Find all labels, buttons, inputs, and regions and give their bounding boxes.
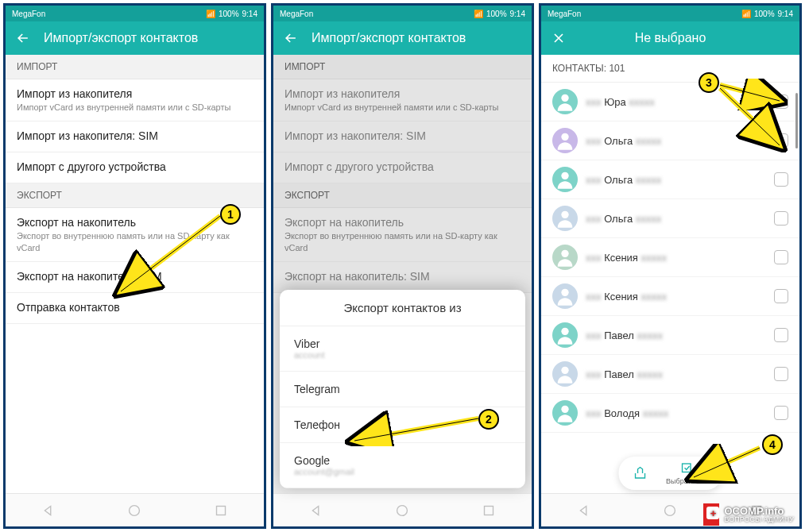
contact-name: xxx Павел xxxxx [586, 330, 774, 341]
avatar-icon [552, 89, 578, 114]
nav-home-icon[interactable] [393, 502, 411, 519]
svg-point-8 [561, 250, 568, 257]
screen-3: MegaFon 📶100%9:14 Не выбрано КОНТАКТЫ: 1… [539, 3, 802, 529]
svg-point-14 [665, 505, 675, 515]
avatar-icon [552, 400, 578, 426]
checkbox[interactable] [774, 211, 788, 226]
svg-point-2 [397, 505, 408, 515]
svg-point-4 [561, 94, 568, 102]
avatar-icon [552, 322, 578, 348]
contact-name: xxx Ольга xxxxx [586, 213, 774, 225]
nav-bar [273, 493, 532, 526]
app-bar: Импорт/экспорт контактов [6, 21, 264, 55]
contact-name: xxx Павел xxxxx [586, 368, 774, 380]
back-icon[interactable] [15, 30, 31, 46]
svg-point-10 [561, 328, 568, 335]
svg-rect-13 [683, 464, 691, 472]
nav-home-icon[interactable] [661, 502, 679, 519]
app-bar: Не выбрано [541, 21, 799, 55]
status-bar: MegaFon 📶100%9:14 [541, 6, 799, 21]
share-button[interactable] [633, 466, 647, 480]
nav-recent-icon[interactable] [212, 502, 230, 519]
checkbox[interactable] [774, 406, 788, 420]
nav-back-icon[interactable] [575, 502, 593, 519]
contact-row[interactable]: xxx Володя xxxxx [541, 394, 799, 433]
checkbox[interactable] [774, 94, 788, 109]
contact-row[interactable]: xxx Ксения xxxxx [541, 277, 799, 316]
contact-row[interactable]: xxx Павел xxxxx [541, 316, 799, 355]
contact-row[interactable]: xxx Ольга xxxxx [541, 160, 799, 199]
checkbox[interactable] [774, 133, 788, 148]
contact-name: xxx Ксения xxxxx [586, 252, 774, 264]
select-all-button[interactable]: Выбрать все [666, 461, 708, 485]
contact-row[interactable]: xxx Ольга xxxxx [541, 199, 799, 238]
item-import-storage[interactable]: Импорт из накопителя Импорт vCard из вну… [6, 79, 264, 121]
screen-title: Импорт/экспорт контактов [312, 31, 466, 45]
svg-point-5 [561, 133, 568, 141]
export-source-sheet: Экспорт контактов из Viberaccount Telegr… [280, 290, 525, 488]
item-export-sim[interactable]: Экспорт на накопитель: SIM [6, 262, 264, 293]
item-send-contacts[interactable]: Отправка контактов [6, 293, 264, 324]
contact-name: xxx Юра xxxxx [586, 96, 774, 108]
svg-rect-1 [216, 506, 225, 515]
svg-point-12 [561, 406, 568, 413]
avatar-icon [552, 206, 578, 231]
checkbox[interactable] [774, 250, 788, 264]
sheet-option-google[interactable]: Googleaccount@gmail [280, 443, 525, 488]
item-import-sim[interactable]: Импорт из накопителя: SIM [6, 121, 264, 152]
checkbox[interactable] [774, 289, 788, 303]
svg-rect-3 [484, 506, 493, 515]
nav-bar [6, 493, 264, 526]
svg-point-9 [561, 289, 568, 296]
checkbox[interactable] [774, 172, 788, 187]
annotation-badge-3: 3 [699, 72, 719, 93]
sheet-option-telegram[interactable]: Telegram [280, 372, 525, 407]
screen-1: MegaFon 📶100%9:14 Импорт/экспорт контакт… [3, 3, 266, 529]
avatar-icon [552, 128, 578, 153]
close-icon[interactable] [551, 30, 567, 46]
nav-back-icon[interactable] [308, 502, 325, 519]
avatar-icon [552, 167, 578, 192]
avatar-icon [552, 283, 578, 309]
bottom-action-bar: Выбрать все [618, 457, 722, 490]
checkbox[interactable] [774, 328, 788, 342]
app-bar: Импорт/экспорт контактов [273, 21, 532, 55]
status-bar: MegaFon 📶100%9:14 [273, 6, 532, 21]
scrollbar-indicator[interactable] [795, 93, 798, 148]
svg-point-11 [561, 367, 568, 374]
contacts-count: КОНТАКТЫ: 101 [541, 55, 799, 83]
screen-title: Импорт/экспорт контактов [44, 31, 198, 45]
section-import: ИМПОРТ [6, 55, 264, 79]
back-icon[interactable] [283, 30, 299, 46]
contact-row[interactable]: xxx Ксения xxxxx [541, 238, 799, 277]
svg-point-7 [561, 211, 568, 218]
contact-row[interactable]: xxx Ольга xxxxx [541, 121, 799, 160]
sheet-option-viber[interactable]: Viberaccount [280, 326, 525, 372]
nav-back-icon[interactable] [40, 502, 57, 519]
annotation-badge-1: 1 [220, 204, 241, 225]
contacts-list[interactable]: xxx Юра xxxxx xxx Ольга xxxxx xxx Ольга … [541, 83, 799, 493]
contact-name: xxx Ольга xxxxx [586, 174, 774, 186]
annotation-badge-2: 2 [478, 409, 499, 430]
screen-2: MegaFon 📶100%9:14 Импорт/экспорт контакт… [271, 3, 534, 529]
avatar-icon [552, 245, 578, 270]
contact-name: xxx Володя xxxxx [586, 407, 774, 419]
contact-name: xxx Ольга xxxxx [586, 135, 774, 147]
contact-name: xxx Ксения xxxxx [586, 291, 774, 303]
nav-home-icon[interactable] [126, 502, 143, 519]
contact-row[interactable]: xxx Павел xxxxx [541, 355, 799, 394]
screen-title: Не выбрано [579, 31, 761, 45]
item-import-device[interactable]: Импорт с другого устройства [6, 152, 264, 183]
avatar-icon [552, 361, 578, 387]
watermark: + OCOMP.info ВОПРОСЫ АДМИНУ [703, 503, 799, 526]
annotation-badge-4: 4 [762, 434, 783, 455]
svg-point-0 [130, 505, 140, 515]
checkbox[interactable] [774, 367, 788, 381]
status-bar: MegaFon 📶100%9:14 [6, 6, 264, 21]
sheet-title: Экспорт контактов из [280, 290, 525, 326]
svg-point-6 [561, 172, 568, 179]
nav-recent-icon[interactable] [480, 502, 497, 519]
contact-row[interactable]: xxx Юра xxxxx [541, 83, 799, 121]
